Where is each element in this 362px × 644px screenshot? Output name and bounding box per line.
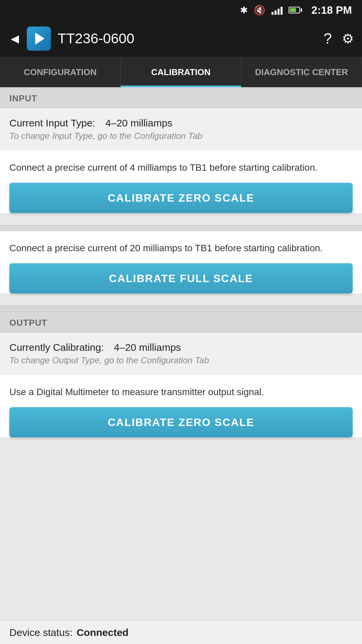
device-status-label: Device status: [9, 627, 72, 638]
input-section-title: INPUT [9, 93, 37, 103]
device-name: TT236-0600 [58, 31, 324, 47]
back-button[interactable]: ◀ [8, 32, 21, 45]
content-area: INPUT Current Input Type: 4–20 milliamps… [0, 87, 362, 461]
current-input-type-row: Current Input Type: 4–20 milliamps [9, 117, 353, 129]
section-divider-1 [0, 225, 362, 231]
output-calibrate-zero-scale-button[interactable]: CALIBRATE ZERO SCALE [9, 407, 353, 437]
output-section-title: OUTPUT [9, 318, 47, 328]
device-status-bar: Device status: Connected [0, 621, 362, 644]
settings-button[interactable]: ⚙ [342, 31, 354, 46]
output-card: Use a Digital Multimeter to measure tran… [0, 375, 362, 437]
current-input-value: 4–20 milliamps [105, 117, 172, 129]
battery-icon [289, 7, 302, 13]
currently-calibrating-value: 4–20 milliamps [114, 342, 181, 353]
play-icon [35, 33, 45, 45]
full-scale-section: Connect a precise current of 20 milliamp… [0, 231, 362, 293]
input-info-row: Current Input Type: 4–20 milliamps To ch… [0, 108, 362, 151]
mute-icon: 🔇 [254, 5, 265, 16]
change-input-note: To change Input Type, go to the Configur… [9, 129, 353, 147]
output-section-header: OUTPUT [0, 312, 362, 332]
tab-configuration[interactable]: CONFIGURATION [0, 57, 121, 87]
zero-scale-instruction: Connect a precise current of 4 milliamps… [0, 151, 362, 183]
calibrate-full-scale-button[interactable]: CALIBRATE FULL SCALE [9, 263, 353, 293]
tab-bar: CONFIGURATION CALIBRATION DIAGNOSTIC CEN… [0, 57, 362, 87]
signal-bars-icon [272, 5, 283, 15]
status-bar: ✱ 🔇 2:18 PM [0, 0, 362, 20]
tab-diagnostic-center[interactable]: DIAGNOSTIC CENTER [241, 57, 362, 87]
calibrate-full-scale-label: CALIBRATE FULL SCALE [109, 272, 253, 285]
change-output-note: To change Output Type, go to the Configu… [9, 353, 353, 372]
full-scale-instruction: Connect a precise current of 20 milliamp… [0, 231, 362, 263]
header-actions: ? ⚙ [324, 30, 354, 47]
section-divider-2 [0, 306, 362, 312]
app-header: ◀ TT236-0600 ? ⚙ [0, 20, 362, 57]
device-status-value: Connected [76, 627, 128, 638]
currently-calibrating-label: Currently Calibrating: [9, 342, 104, 353]
zero-scale-section: Connect a precise current of 4 milliamps… [0, 151, 362, 213]
input-section-header: INPUT [0, 87, 362, 108]
bluetooth-icon: ✱ [240, 5, 248, 16]
back-arrow-icon: ◀ [11, 32, 19, 45]
status-time: 2:18 PM [311, 4, 352, 16]
bottom-spacer [0, 437, 362, 461]
output-info-row: Currently Calibrating: 4–20 milliamps To… [0, 332, 362, 375]
calibrate-zero-scale-label: CALIBRATE ZERO SCALE [108, 192, 254, 204]
status-icons: ✱ 🔇 2:18 PM [240, 4, 352, 16]
current-input-label: Current Input Type: [9, 117, 95, 129]
calibrate-zero-scale-button[interactable]: CALIBRATE ZERO SCALE [9, 183, 353, 213]
currently-calibrating-row: Currently Calibrating: 4–20 milliamps [9, 342, 353, 353]
output-calibrate-zero-scale-label: CALIBRATE ZERO SCALE [108, 416, 254, 429]
tab-calibration[interactable]: CALIBRATION [121, 57, 241, 87]
help-button[interactable]: ? [324, 30, 332, 47]
app-logo [27, 26, 51, 51]
multimeter-instruction: Use a Digital Multimeter to measure tran… [0, 375, 362, 407]
